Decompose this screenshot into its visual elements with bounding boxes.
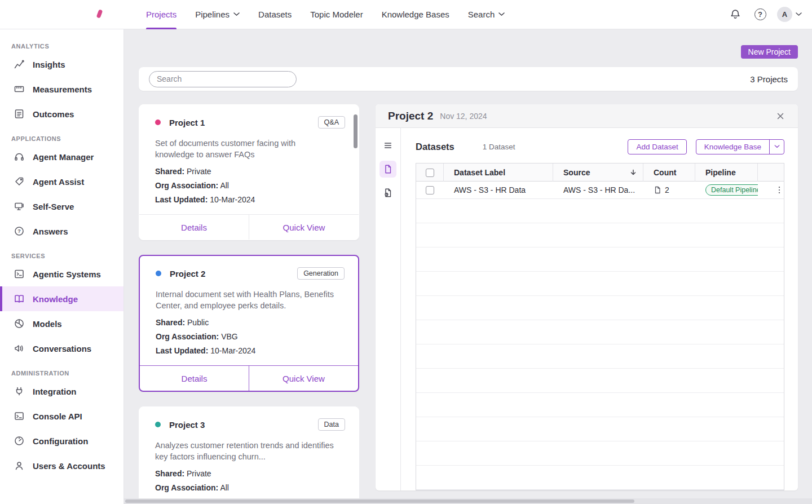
datasets-table: Dataset Label Source Count Pipeline (416, 163, 784, 490)
field-updated: Last Updated: 10-Mar-2024 (156, 346, 345, 355)
datasets-file-icon[interactable] (379, 161, 396, 178)
horizontal-scrollbar[interactable] (124, 498, 812, 504)
left-sidebar: ANALYTICS Insights Measurements Outcomes… (0, 29, 124, 504)
panel-date: Nov 12, 2024 (440, 112, 487, 121)
app-window: Projects Pipelines Datasets Topic Modele… (0, 0, 812, 504)
nav-tab-knowledge-bases[interactable]: Knowledge Bases (382, 0, 449, 29)
details-button[interactable]: Details (140, 366, 249, 391)
field-org: Org Association: All (155, 181, 345, 190)
table-row[interactable]: AWS - S3 - HR Data AWS - S3 - HR Da... 2… (416, 182, 784, 199)
sidebar-item-self-serve[interactable]: Self-Serve (0, 194, 123, 219)
page-toolbar: New Project (139, 45, 798, 59)
field-value: Private (187, 469, 211, 478)
field-value: Private (187, 167, 211, 176)
panel-header: Project 2 Nov 12, 2024 (376, 104, 798, 128)
sidebar-item-label: Integration (33, 387, 77, 396)
sidebar-item-label: Console API (33, 412, 82, 421)
card-header: Project 2 Generation (140, 256, 358, 280)
help-icon[interactable]: ? (752, 7, 768, 23)
sidebar-item-models[interactable]: Models (0, 311, 123, 336)
nav-tab-pipelines[interactable]: Pipelines (195, 0, 240, 29)
chevron-down-icon (774, 145, 780, 148)
sidebar-item-insights[interactable]: Insights (0, 52, 123, 77)
search-input[interactable] (149, 71, 297, 87)
add-dataset-button[interactable]: Add Dataset (628, 139, 686, 154)
sidebar-item-knowledge[interactable]: Knowledge (0, 286, 123, 311)
header-cell-pipeline: Pipeline (695, 163, 758, 182)
cell-actions (758, 185, 784, 194)
nav-tab-projects[interactable]: Projects (146, 0, 176, 29)
sidebar-item-outcomes[interactable]: Outcomes (0, 101, 123, 126)
field-shared: Shared: Private (155, 167, 345, 176)
model-sphere-icon (14, 318, 25, 329)
sidebar-item-label: Measurements (33, 85, 92, 94)
project-card-3[interactable]: Project 3 Data Analyzes customer retenti… (139, 406, 359, 504)
sidebar-item-label: Conversations (33, 344, 91, 353)
nav-tab-datasets[interactable]: Datasets (258, 0, 292, 29)
nav-tab-label: Topic Modeler (310, 10, 363, 19)
projects-scrollbar[interactable] (354, 114, 358, 148)
knowledge-base-menu-button[interactable] (769, 140, 784, 154)
datasets-count: 1 Dataset (483, 143, 515, 151)
sidebar-item-agentic-systems[interactable]: Agentic Systems (0, 262, 123, 286)
header-cell-dataset-label: Dataset Label (444, 163, 553, 182)
avatar: A (777, 7, 792, 22)
sidebar-item-agent-manager[interactable]: Agent Manager (0, 144, 123, 169)
details-button[interactable]: Details (139, 215, 249, 240)
nav-tab-topic-modeler[interactable]: Topic Modeler (310, 0, 363, 29)
cell-pipeline: Default Pipeline (695, 184, 758, 196)
field-value: VBG (221, 332, 238, 341)
sidebar-item-measurements[interactable]: Measurements (0, 77, 123, 101)
project-card-1[interactable]: Project 1 Q&A Set of documents customer … (139, 104, 359, 240)
new-project-button[interactable]: New Project (741, 45, 798, 59)
table-row (416, 223, 784, 247)
sidebar-item-label: Agentic Systems (33, 269, 101, 279)
plug-icon (14, 386, 25, 397)
sidebar-item-console-api[interactable]: Console API (0, 404, 123, 428)
project-color-dot (156, 271, 161, 276)
project-description: Analyzes customer retention trends and i… (155, 440, 336, 462)
sidebar-item-conversations[interactable]: Conversations (0, 336, 123, 361)
tag-icon (14, 176, 25, 187)
knowledge-base-button[interactable]: Knowledge Base (696, 140, 769, 154)
project-description: Set of documents customer facing with kn… (155, 138, 336, 160)
datasets-heading: Datasets (416, 142, 454, 152)
datasets-section: Datasets 1 Dataset Add Dataset Knowledge… (401, 128, 798, 490)
nav-tab-label: Knowledge Bases (382, 10, 449, 19)
sidebar-item-configuration[interactable]: Configuration (0, 428, 123, 453)
headphones-icon (14, 151, 25, 162)
sort-descending-icon[interactable] (629, 169, 637, 176)
list-view-icon[interactable] (379, 137, 396, 154)
project-color-dot (155, 422, 161, 427)
row-checkbox[interactable] (426, 186, 434, 194)
file-status-icon[interactable] (379, 184, 396, 201)
sidebar-item-answers[interactable]: ? Answers (0, 219, 123, 244)
project-fields: Shared: Private Org Association: All Las… (155, 167, 345, 204)
open-book-icon (14, 293, 25, 304)
panel-icon-rail (376, 128, 401, 490)
user-avatar-menu[interactable]: A (777, 7, 802, 22)
cell-dataset-label: AWS - S3 - HR Data (444, 185, 553, 194)
sidebar-item-users-accounts[interactable]: Users & Accounts (0, 453, 123, 478)
field-label: Org Association: (156, 332, 219, 341)
sidebar-item-integration[interactable]: Integration (0, 379, 123, 404)
kebab-menu-icon[interactable] (775, 185, 784, 194)
field-value: All (220, 181, 229, 190)
sidebar-item-agent-assist[interactable]: Agent Assist (0, 169, 123, 194)
select-all-checkbox[interactable] (426, 169, 434, 177)
quick-view-button[interactable]: Quick View (249, 215, 359, 240)
project-type-badge: Data (318, 418, 345, 431)
close-icon[interactable] (775, 111, 785, 121)
nav-tab-search[interactable]: Search (468, 0, 505, 29)
projects-count: 3 Projects (750, 74, 788, 84)
field-label: Shared: (156, 318, 185, 327)
project-card-2[interactable]: Project 2 Generation Internal document s… (139, 255, 359, 392)
notifications-bell-icon[interactable] (727, 7, 743, 23)
sidebar-section-title: ADMINISTRATION (0, 365, 123, 379)
project-name: Project 3 (169, 420, 205, 430)
quick-view-button[interactable]: Quick View (249, 366, 358, 391)
ruler-icon (14, 83, 25, 95)
cell-count: 2 (643, 185, 695, 194)
project-color-dot (155, 120, 161, 125)
horizontal-scrollbar-thumb[interactable] (125, 499, 634, 503)
